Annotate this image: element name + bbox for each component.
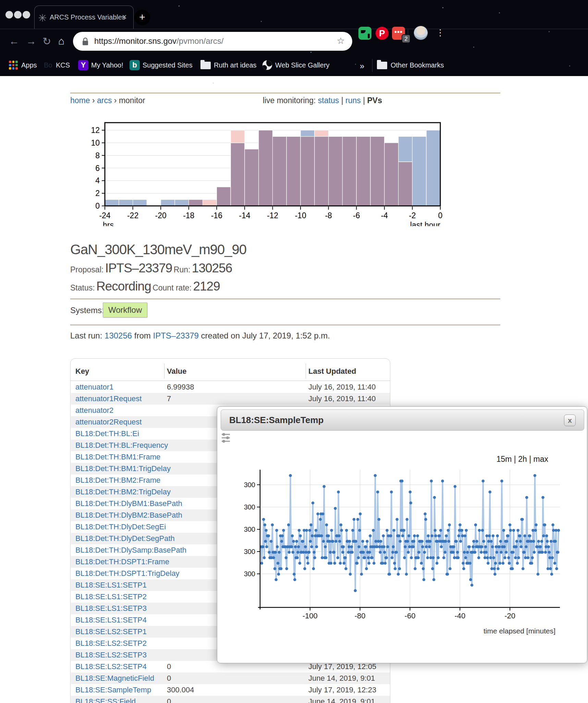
bookmark-other-bookmarks[interactable]: Other Bookmarks <box>391 61 444 69</box>
extension-badge: 2 <box>402 34 411 43</box>
pv-key-link[interactable]: BL18:SE:LS2:SETP4 <box>75 662 147 671</box>
svg-text:hrs: hrs <box>103 221 114 226</box>
range-separator: | <box>514 455 516 464</box>
pv-key-link[interactable]: BL18:SE:LS1:SETP2 <box>75 592 147 601</box>
svg-text:2: 2 <box>95 189 100 198</box>
pv-key-link[interactable]: BL18:Det:TH:DSPT1:Frame <box>75 557 169 566</box>
pv-key-link[interactable]: BL18:Det:TH:DlyDet:SegPath <box>75 534 175 543</box>
pv-key-link[interactable]: BL18:SE:LS1:SETP1 <box>75 581 147 590</box>
bookmark-star-icon[interactable]: ☆ <box>337 36 345 46</box>
bookmark-faint[interactable]: Bo <box>44 61 52 69</box>
bookmark-web-slice-gallery[interactable]: Web Slice Gallery <box>275 61 330 69</box>
svg-text:-60: -60 <box>405 612 416 620</box>
run-number: 130256 <box>192 261 232 275</box>
modal-close-button[interactable]: x <box>564 415 576 426</box>
pv-key-link[interactable]: BL18:SE:LS2:SETP2 <box>75 639 147 648</box>
lock-icon <box>82 37 88 46</box>
back-icon[interactable]: ← <box>9 35 19 47</box>
nav-status-link[interactable]: status <box>318 96 339 105</box>
pv-key-link[interactable]: BL18:Det:TH:DSPT1:TrigDelay <box>75 569 180 578</box>
browser-menu-icon[interactable]: ⋮ <box>436 27 445 38</box>
bookmark-my-yahoo[interactable]: My Yahoo! <box>91 61 123 69</box>
yahoo-icon: Y <box>78 60 88 70</box>
bookmark-kcs[interactable]: KCS <box>56 61 70 69</box>
screenshot-root: ARCS Process Variables ✕ + ← → ↻ ⌂ https… <box>0 0 588 703</box>
range-separator: | <box>529 455 531 464</box>
url-text[interactable]: https://monitor.sns.gov/pvmon/arcs/ <box>94 36 224 46</box>
bookmarks-overflow-chevron[interactable]: » <box>360 61 364 71</box>
run-label: Run: <box>174 265 191 274</box>
column-header-key: Key <box>75 367 89 376</box>
apps-grid-icon[interactable] <box>9 61 18 70</box>
range-15m-link[interactable]: 15m <box>497 455 512 464</box>
workflow-button[interactable]: Workflow <box>103 303 147 318</box>
tab-close-icon[interactable]: ✕ <box>122 13 127 21</box>
pv-key-link[interactable]: attenuator2 <box>75 406 113 415</box>
pv-key-link[interactable]: BL18:Det:TH:BL:Frequency <box>75 441 168 450</box>
pv-key-link[interactable]: BL18:Det:TH:BM1:TrigDelay <box>75 464 171 473</box>
column-header-value: Value <box>167 367 186 376</box>
pv-key-link[interactable]: BL18:SE:LS1:SETP4 <box>75 616 147 625</box>
pv-key-link[interactable]: BL18:Det:TH:BM2:TrigDelay <box>75 488 171 496</box>
pv-value: 7 <box>167 394 171 403</box>
pv-key-link[interactable]: BL18:SE:LS2:SETP3 <box>75 651 147 659</box>
pv-key-link[interactable]: BL18:SE:SampleTemp <box>75 686 151 694</box>
pv-key-link[interactable]: BL18:SE:MagneticField <box>75 674 154 683</box>
pv-key-link[interactable]: attenuator2Request <box>75 418 142 427</box>
svg-text:-100: -100 <box>303 612 318 620</box>
pv-key-link[interactable]: BL18:Det:TH:DlyDet:SegEi <box>75 522 166 531</box>
home-icon[interactable]: ⌂ <box>58 35 64 47</box>
pv-key-link[interactable]: BL18:SE:SS:Field <box>75 697 136 703</box>
reload-icon[interactable]: ↻ <box>42 35 51 47</box>
pv-key-link[interactable]: BL18:Det:TH:BM2:Frame <box>75 476 160 485</box>
last-run-proposal-link[interactable]: IPTS–23379 <box>153 331 199 340</box>
nav-runs-link[interactable]: runs <box>345 96 361 105</box>
last-run-number-link[interactable]: 130256 <box>105 331 132 340</box>
table-row: attenuator16.99938July 16, 2019, 11:40 p… <box>71 381 390 393</box>
svg-text:300: 300 <box>244 503 255 511</box>
folder-icon <box>200 62 211 69</box>
bookmark-apps[interactable]: Apps <box>21 61 37 69</box>
last-run-from: from <box>134 331 151 340</box>
sampletemp-modal: BL18:SE:SampleTemp x 15m | 2h | max 3003… <box>217 406 587 663</box>
header-divider <box>164 363 164 379</box>
plot-settings-sliders-icon[interactable] <box>221 433 230 443</box>
profile-avatar[interactable] <box>414 26 428 40</box>
pv-key-link[interactable]: BL18:Det:TH:DlySamp:BasePath <box>75 546 186 555</box>
forward-icon[interactable]: → <box>26 35 36 47</box>
pv-key-link[interactable]: BL18:SE:LS1:SETP3 <box>75 604 147 613</box>
pv-key-link[interactable]: attenuator1 <box>75 383 113 392</box>
section-rule <box>70 298 500 299</box>
pv-key-link[interactable]: BL18:Det:TH:BL:Ei <box>75 429 139 438</box>
pv-value: 6.99938 <box>167 383 194 392</box>
evernote-extension-icon[interactable] <box>358 27 371 40</box>
last-run-label: Last run: <box>70 331 102 340</box>
section-rule <box>70 324 500 325</box>
pv-value: 0 <box>167 662 171 671</box>
run-title: GaN_300K_130meV_m90_90 <box>70 242 246 257</box>
bookmark-ruth-art-ideas[interactable]: Ruth art ideas <box>214 61 257 69</box>
window-close-button[interactable] <box>5 11 13 18</box>
svg-text:0: 0 <box>438 211 443 220</box>
window-zoom-button[interactable] <box>23 11 30 18</box>
bookmark-suggested-sites[interactable]: Suggested Sites <box>143 61 193 69</box>
range-2h-link[interactable]: 2h <box>518 455 527 464</box>
pinterest-extension-icon[interactable]: P <box>376 27 389 40</box>
pv-key-link[interactable]: BL18:Det:TH:BM1:Frame <box>75 453 160 461</box>
pv-key-link[interactable]: attenuator1Request <box>75 394 142 403</box>
proposal-value: IPTS–23379 <box>105 261 172 275</box>
address-bar[interactable]: https://monitor.sns.gov/pvmon/arcs/ ☆ <box>73 32 352 51</box>
svg-text:-12: -12 <box>267 211 278 220</box>
range-max-link[interactable]: max <box>534 455 548 464</box>
pv-key-link[interactable]: BL18:SE:LS2:SETP1 <box>75 627 147 636</box>
browser-tab[interactable]: ARCS Process Variables ✕ <box>34 5 134 29</box>
pv-key-link[interactable]: BL18:Det:TH:DlyBM2:BasePath <box>75 511 182 520</box>
count-rate-label: Count rate: <box>152 283 192 292</box>
svg-text:6: 6 <box>95 164 100 173</box>
window-minimize-button[interactable] <box>14 11 22 18</box>
pv-key-link[interactable]: BL18:Det:TH:DlyBM1:BasePath <box>75 499 182 508</box>
modal-header[interactable]: BL18:SE:SampleTemp x <box>221 409 584 431</box>
new-tab-button[interactable]: + <box>134 10 150 25</box>
svg-text:300: 300 <box>244 481 255 489</box>
pv-last-updated: June 14, 2019, 9:01 a.m. <box>308 697 390 703</box>
